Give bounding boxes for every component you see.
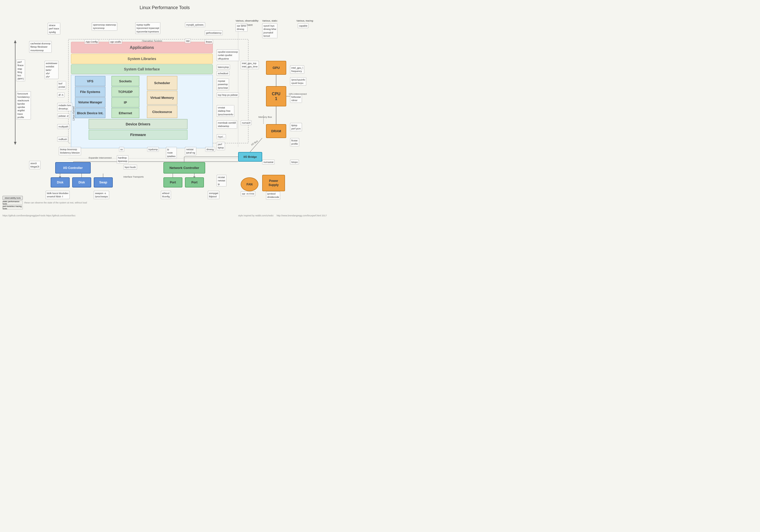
memleak-box: memleak oomkill slabraetop	[216, 120, 237, 129]
legend-static-box: static performance tools	[3, 201, 23, 205]
sockets-block: Sockets	[112, 76, 139, 86]
turbostat-box: turbostat rdmsr	[290, 94, 302, 103]
ext4slower-box: ext4slower ext4dist btrfs* xfs* zfs*	[45, 61, 59, 79]
applications-label: Applications	[130, 45, 154, 50]
vmem-block: Virtual Memory	[147, 91, 177, 105]
gethostlatency-box: gethostlatency	[205, 30, 223, 35]
ip-route-box: ip route iptables	[166, 147, 177, 159]
fs-block: File Systems	[75, 87, 105, 97]
mysqld-box: mysqld_qslower,	[185, 22, 205, 27]
net-ctrl-box: Network Controller	[164, 162, 205, 173]
interface-transports-label: Interface Transports	[123, 175, 144, 179]
syslibs-layer: System Libraries	[71, 54, 213, 64]
ss-box: ss	[119, 147, 124, 152]
numactl-box: numactl	[241, 120, 252, 125]
disk2-box: Disk	[72, 177, 91, 187]
opensnoop-box: opensnoop statsnoop syncsnoop	[92, 22, 117, 31]
top-box: top htop ps pidstat	[216, 92, 239, 97]
vfs-block: VFS	[75, 76, 105, 86]
disk1-box: Disk	[51, 177, 70, 187]
gpu-box: GPU	[266, 61, 286, 75]
various-static-label: Various, static:	[262, 19, 278, 23]
swap-box: Swap	[94, 177, 113, 187]
legend-obs-box: observability tools	[3, 196, 23, 200]
schedtool-box: schedtool	[216, 71, 229, 76]
legend-obs-label: observability tools	[5, 197, 21, 199]
expander-interconnect-label: Expander Interconnect	[89, 156, 112, 160]
hardirqs-box: hardirqs ttysnoop	[117, 155, 128, 164]
snmpget-box: snmpget lldptool	[208, 191, 219, 199]
drivers-block: Device Drivers	[89, 119, 187, 129]
kernel-label: Linux Kernel	[72, 106, 75, 121]
nicstat-box: nicstat netstat ip	[216, 175, 226, 186]
capable-box: capable	[298, 23, 309, 28]
clk-block: Clocksource	[147, 105, 177, 118]
intel-gpu-freq-box: intel_gpu_\ frequency	[290, 65, 304, 74]
sysctl-box: sysctl /sys dmesg lshw journalctl lsmod	[262, 23, 277, 38]
various-tracing-label: Various, tracing:	[296, 19, 313, 23]
legend-static-label: static performance tools	[3, 200, 23, 205]
syscall-label: System Call Interface	[124, 67, 160, 71]
io-controller-box: I/O Controller	[55, 162, 91, 173]
lspci-box: lspci lsusb	[123, 165, 137, 169]
tcpudp-block: TCP/UDP	[112, 87, 139, 97]
swapon-box: swapon -s /proc/swaps	[94, 191, 109, 199]
vmstat-box: vmstat slabtop free /proc/meminfo	[216, 105, 234, 117]
ldd-box: ldd	[185, 38, 191, 43]
cpudist-box: cpudist execsnoop runlat cpudist offcput…	[216, 49, 239, 61]
port1-box: Port	[164, 177, 182, 187]
syscall-layer: System Call Interface	[71, 64, 213, 74]
llcstat-box: llcstat profile	[290, 138, 299, 146]
lsof-box: lsof pcstat	[57, 81, 66, 89]
syslibs-label: System Libraries	[128, 57, 156, 61]
sys-box: /sys/...	[216, 134, 226, 139]
volmgr-block: Volume Manager	[75, 97, 105, 107]
psu-box: Power Supply	[262, 175, 285, 191]
footer-links: https://github.com/brendangregg/perf-too…	[3, 214, 75, 217]
sched-block: Scheduler	[147, 76, 177, 90]
legend-trace-box: perf-tools/bcc tracing tools	[3, 206, 23, 210]
page-title: Linux Performance Tools	[0, 2, 329, 12]
dmesg-net-box: dmesg	[205, 147, 215, 152]
multipath-box: multipath	[57, 124, 70, 129]
netstat-box: netstat iptraf-ng	[185, 147, 196, 155]
ip-block: IP	[112, 97, 139, 107]
ugc-ucalls-box: ugc ucalls	[109, 39, 122, 44]
ipmitool-box: ipmitool dmidecode	[266, 191, 280, 200]
app-config-box: App Config	[84, 39, 99, 44]
latencytop-box: latencytop	[216, 65, 230, 70]
sar-fan-box: sar -m FAN	[241, 191, 255, 196]
mpstat-box: mpstat powertop /proc/stat	[216, 78, 229, 90]
io-bridge-box: I/O Bridge	[238, 152, 262, 162]
ethernet-block: Ethernet	[112, 108, 139, 118]
perf-tiptop-box: perf tiptop	[216, 142, 225, 150]
legend: observability tools static performance t…	[3, 196, 87, 210]
legend-static-desc: these can observe the state of the syste…	[24, 201, 87, 204]
storcli-box: storcli MegaCli	[29, 161, 40, 169]
firmware-block: Firmware	[89, 130, 187, 140]
cachestat-box: cachestat dcsnoop filetop fileslower mou…	[29, 41, 52, 53]
footer: https://github.com/brendangregg/perf-too…	[0, 214, 329, 217]
svg-marker-17	[14, 40, 17, 43]
fan-box: FAN	[241, 177, 259, 191]
various-obs-label: Various, observability:	[236, 19, 259, 23]
strace-box: strace perf trace sysdig	[48, 23, 60, 34]
ltrace-box: ltrace	[205, 39, 213, 44]
lstopo-box: lstopo	[290, 160, 299, 165]
numastat-box: numastat	[262, 160, 275, 165]
tiptop-box: tiptop perf pcm	[290, 123, 302, 131]
port2-box: Port	[185, 177, 204, 187]
tcpdump-box: tcpdump	[147, 147, 159, 152]
footer-right: style inspired by reddit.com/u/redct htt…	[238, 214, 327, 217]
dram-box: DRAM	[266, 124, 286, 138]
biotop-box: biotop biosnoop biolatency bitesize	[59, 147, 81, 155]
memory-bus-label: Memory Bus	[259, 115, 272, 119]
ethtool-box: ethtool ifconfig	[161, 191, 171, 199]
io-bus-label: I/O Bus	[251, 140, 259, 147]
df-box: df -h	[57, 92, 65, 97]
funccount-box: funccount funclatency stackcount kprobe …	[16, 91, 31, 120]
blkdev-block: Block Device Int.	[75, 108, 105, 118]
perf-ftrace-box: perf ftrace stap lttng bcc (BPF)	[16, 60, 25, 81]
pidstat-box: pidstat -d	[57, 114, 70, 118]
mdadm-box: mdadm lvm dmsetup	[57, 103, 72, 111]
